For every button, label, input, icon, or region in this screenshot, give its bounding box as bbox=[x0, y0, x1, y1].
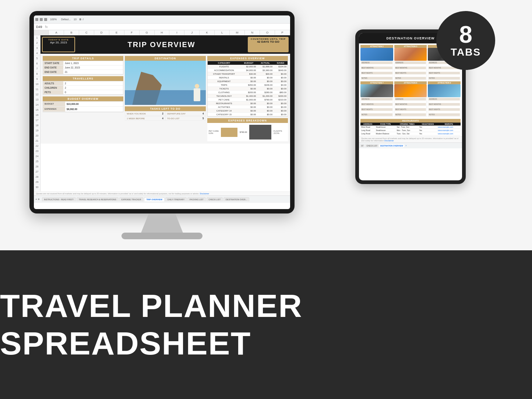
attr-row: BEST MONTHS bbox=[361, 67, 392, 69]
badge-word: TABS bbox=[451, 46, 481, 58]
row-12: 12 bbox=[34, 92, 40, 97]
col-i: I bbox=[169, 30, 184, 35]
expenses-saved: $0.00 bbox=[274, 102, 288, 105]
col-h: H bbox=[155, 30, 170, 35]
tasks-section: TASKS LEFT TO DO WHEN YOU BOOK 2 DEPARTU… bbox=[125, 106, 205, 121]
row-9: 9 bbox=[34, 77, 40, 82]
col-a: A bbox=[49, 30, 64, 35]
attr-row: BEST MONTHS bbox=[395, 103, 426, 106]
tab-daily-itinerary[interactable]: DAILY ITINERARY bbox=[165, 197, 187, 201]
expenses-budget: $4,000.00 bbox=[240, 68, 257, 72]
restaurant-cell-1: Steakhouse bbox=[375, 129, 396, 132]
bold-button[interactable]: B bbox=[80, 18, 81, 21]
expenses-budget: $0.00 bbox=[240, 113, 257, 116]
expenses-overview-body: CATEGORY BUDGET ACTUAL SAVED bbox=[207, 61, 288, 117]
expenses-table-row: TECHNOLOGY$1,400.00$1,200.00$200.00 bbox=[208, 94, 288, 98]
tab-packing-list[interactable]: PACKING LIST bbox=[187, 197, 206, 201]
zoom-level: 100% bbox=[50, 18, 57, 21]
attr-row: ADDRESS bbox=[361, 61, 392, 64]
row-29: 29 bbox=[34, 180, 40, 185]
attraction-9-info: ADDRESS BEST MONTHS BEST NIGHTS NOTES bbox=[428, 97, 461, 117]
tab-expense-tracker[interactable]: EXPENSE TRACKER bbox=[119, 197, 144, 201]
restaurant-cell-2: Mon - Tues, Sun bbox=[396, 129, 418, 132]
attraction-7-img bbox=[360, 84, 393, 97]
tab-trip-overview[interactable]: TRIP OVERVIEW bbox=[144, 197, 165, 201]
italic-button[interactable]: I bbox=[83, 18, 84, 21]
expenses-budget: $0.00 bbox=[240, 76, 257, 80]
restaurant-cell-0: Long Road bbox=[360, 129, 375, 132]
expenses-table-row: CLOTHING$200.00$280.00-$80.00 bbox=[208, 91, 288, 94]
expenses-category: PET CARE bbox=[208, 98, 241, 102]
trip-title-center: TRIP OVERVIEW bbox=[77, 37, 246, 52]
attraction-8-label: ATTRACTION 8 bbox=[394, 81, 427, 84]
row-24: 24 bbox=[34, 154, 40, 159]
departure-value: 4 bbox=[202, 112, 204, 115]
expenses-actual: $346.00 bbox=[257, 83, 274, 87]
tab-instructions[interactable]: INSTRUCTIONS - READ FIRST! bbox=[42, 197, 76, 201]
children-value: 2 bbox=[63, 86, 68, 90]
attr-row: ADDRESS bbox=[395, 61, 426, 64]
expenses-actual: $30.00 bbox=[257, 72, 274, 76]
tablet-tab-destination[interactable]: DESTINATION OVERVIEW bbox=[379, 144, 404, 147]
attr-row: NOTES bbox=[429, 113, 460, 116]
col-e: E bbox=[109, 30, 124, 35]
attr-row bbox=[395, 111, 426, 113]
todo-value: 5 bbox=[202, 117, 204, 120]
expenses-saved: $640.00 bbox=[274, 68, 288, 72]
attr-row: BEST NIGHTS bbox=[361, 108, 392, 111]
expenses-category: TRIPS bbox=[208, 83, 241, 87]
expenses-actual: $1,200.00 bbox=[257, 94, 274, 98]
col-c: C bbox=[79, 30, 94, 35]
tab-destination[interactable]: DESTINATION OVER... bbox=[223, 197, 249, 201]
attraction-3-label: ATTRACTION 3 bbox=[394, 45, 427, 48]
col-saved: SAVED bbox=[274, 61, 288, 65]
attraction-9-img bbox=[428, 84, 461, 97]
row-num-spacer bbox=[34, 30, 49, 35]
row-10: 10 bbox=[34, 82, 40, 87]
spreadsheet-content: TODAY'S DATE Apr 20, 2023 TRIP OVERVIEW … bbox=[40, 35, 290, 191]
tablet-tab-checklist[interactable]: CHECK LIST bbox=[365, 144, 378, 147]
attr-row: NOTES bbox=[361, 113, 392, 116]
col-veg: VEGETARIAN bbox=[418, 123, 437, 126]
row-20: 20 bbox=[34, 133, 40, 138]
expenses-budget: $30.00 bbox=[240, 72, 257, 76]
expenses-table-body: FLIGHTS$2,000.00$1,896.00$104.00ACCOMMOD… bbox=[208, 65, 288, 116]
trip-details-body: START DATE June 1, 2023 END DATE June 22… bbox=[43, 61, 123, 75]
col-website: WEBSITE bbox=[437, 123, 461, 126]
bottom-section: TRAVEL PLANNER SPREADSHEET bbox=[0, 250, 532, 399]
restaurant-cell-4: www.example.com bbox=[437, 129, 461, 132]
row-16: 16 bbox=[34, 113, 40, 118]
task-departure-day: DEPARTURE DAY 4 bbox=[165, 111, 206, 116]
departure-label: DEPARTURE DAY bbox=[167, 113, 186, 115]
row-11: 11 bbox=[34, 87, 40, 92]
attr-row: NOTES bbox=[395, 113, 426, 116]
row-numbers: 1 2 3 4 5 6 7 8 9 10 11 12 13 14 bbox=[34, 35, 40, 191]
attr-row bbox=[395, 74, 426, 77]
restaurant-table: ADDRESS FOOD TYPE OPENING TIMES VEGETARI… bbox=[360, 123, 461, 135]
destination-image bbox=[125, 61, 205, 105]
expenses-table-row: ACCOMMODATION$4,000.00$3,360.00$640.00 bbox=[208, 68, 288, 72]
attr-row: BEST MONTHS bbox=[429, 103, 460, 106]
attr-row bbox=[429, 69, 460, 72]
attraction-3-info: ADDRESS BEST MONTHS BEST NIGHTS NOTES bbox=[394, 61, 427, 80]
formula-bar: D49 fx bbox=[34, 24, 290, 30]
column-headers: A B C D E F G H I J K L M N O P bbox=[34, 30, 290, 35]
restaurant-cell-3: Yes bbox=[418, 126, 437, 129]
tab-check-list[interactable]: CHECK LIST bbox=[207, 197, 223, 201]
attr-row bbox=[429, 106, 460, 108]
expenses-saved: $0.00 bbox=[274, 109, 288, 113]
attraction-2-info: ADDRESS BEST MONTHS BEST NIGHTS NOTES bbox=[360, 61, 393, 80]
expenses-table-row: RENTALS$0.00$0.00$0.00 bbox=[208, 76, 288, 80]
tab-travel-research[interactable]: TRAVEL RESEARCH & RESERVATIONS bbox=[77, 197, 119, 201]
expenses-saved: $0.00 bbox=[274, 113, 288, 116]
attr-row bbox=[361, 64, 392, 67]
expenses-table-row: OTHER TRANSPORT$30.00$30.00$0.00 bbox=[208, 72, 288, 76]
tablet-tab-st[interactable]: ST bbox=[360, 144, 364, 147]
restaurant-cell-1: Modern Balance bbox=[375, 132, 396, 135]
petcare-value: $790.00 bbox=[240, 131, 247, 133]
col-n: N bbox=[245, 30, 260, 35]
expenses-table-row: TRIPS$350.00$346.00$4.00 bbox=[208, 83, 288, 87]
person-figure bbox=[194, 84, 200, 101]
attr-row bbox=[361, 100, 392, 103]
end-date-label: END DATE bbox=[43, 66, 63, 70]
